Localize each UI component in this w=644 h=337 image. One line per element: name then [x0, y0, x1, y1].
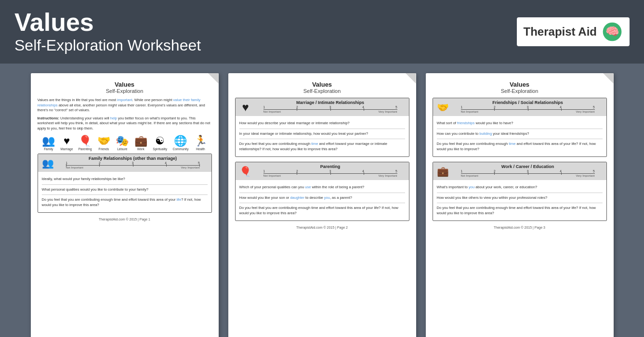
page3-footer: TherapistAid.com © 2015 | Page 3: [433, 226, 607, 229]
page2-title: Values: [235, 81, 409, 89]
family-q3: Do you feel that you are contributing en…: [42, 195, 208, 210]
work-section: 💼 Work / Career / Education 12345: [433, 162, 607, 221]
work-q1: What's important to you about your work,…: [437, 182, 603, 193]
instructions-text: Instructions: Understanding your values …: [38, 116, 212, 131]
marriage-q2: In your ideal marriage or intimate relat…: [239, 129, 405, 140]
marriage-section-header: ♥ Marriage / Intimate Relationships 1234…: [236, 98, 409, 116]
friendships-q3: Do you feel that you are contributing en…: [437, 139, 603, 154]
icon-parenting: 🎈 Parenting: [79, 136, 92, 151]
marriage-scale: 12345 Not Important Very Important: [256, 105, 405, 114]
sub-title: Self-Exploration Worksheet: [14, 36, 201, 54]
friendships-q1: What sort of friendships would you like …: [437, 118, 603, 129]
family-section-title: Family Relationships (other than marriag…: [58, 156, 208, 161]
family-q2: What personal qualities would you like t…: [42, 185, 208, 195]
intro-text: Values are the things in life that you f…: [38, 98, 212, 113]
page2-footer: TherapistAid.com © 2015 | Page 2: [235, 226, 409, 229]
page2-subtitle: Self-Exploration: [235, 88, 409, 94]
icon-leisure: 🎭 Leisure: [116, 136, 129, 151]
work-q3: Do you feel that you are contributing en…: [437, 203, 603, 218]
svg-text:🧠: 🧠: [605, 25, 619, 38]
page3-subtitle: Self-Exploration: [433, 88, 607, 94]
icon-friends: 🤝 Friends: [97, 136, 110, 151]
marriage-q3: Do you feel that you are contributing en…: [239, 139, 405, 154]
work-section-title: Work / Career / Education: [453, 164, 603, 169]
page1-subtitle: Self-Exploration: [38, 88, 212, 94]
icon-family: 👥 Family: [42, 136, 55, 151]
work-section-header: 💼 Work / Career / Education 12345: [433, 162, 606, 180]
parenting-scale: 12345 Not Important Very Important: [256, 169, 405, 178]
marriage-section-title: Marriage / Intimate Relationships: [256, 100, 405, 105]
marriage-header-text: Marriage / Intimate Relationships 12345 …: [256, 100, 405, 114]
page-2: Values Self-Exploration ♥ Marriage / Int…: [228, 73, 416, 337]
friendships-section-title: Friendships / Social Relationships: [453, 100, 603, 105]
parenting-q2: How would you like your son or daughter …: [239, 193, 405, 204]
friendships-section: 🤝 Friendships / Social Relationships 123…: [433, 98, 607, 157]
work-icon: 💼: [437, 166, 449, 177]
family-section-body: Ideally, what would your family relation…: [38, 172, 211, 212]
family-q1: Ideally, what would your family relation…: [42, 174, 208, 185]
friendships-section-header: 🤝 Friendships / Social Relationships 123…: [433, 98, 606, 116]
parenting-header-text: Parenting 12345 Not Important Very Im: [256, 164, 405, 178]
icon-spirituality: ☯ Spirituality: [153, 136, 167, 151]
parenting-q1: Which of your personal qualities can you…: [239, 182, 405, 193]
icon-work: 💼 Work: [134, 136, 147, 151]
icon-marriage: ♥ Marriage: [61, 136, 73, 151]
icons-row: 👥 Family ♥ Marriage 🎈 Parenting 🤝 Friend…: [38, 136, 212, 151]
marriage-icon: ♥: [239, 101, 252, 114]
header: Values Self-Exploration Worksheet Therap…: [0, 0, 644, 64]
family-section: 👥 Family Relationships (other than marri…: [38, 154, 212, 213]
friendships-icon: 🤝: [437, 102, 449, 113]
brand-box: Therapist Aid 🧠: [517, 17, 630, 46]
family-scale: 1 2 3 4 5 Not Important: [58, 161, 208, 170]
page-3: Values Self-Exploration 🤝 Friendships / …: [426, 73, 614, 337]
pages-container: Values Self-Exploration Values are the t…: [0, 64, 644, 337]
family-header-text: Family Relationships (other than marriag…: [58, 156, 208, 170]
friendships-section-body: What sort of friendships would you like …: [433, 116, 606, 156]
marriage-section-body: How would you describe your ideal marria…: [236, 116, 409, 156]
work-q2: How would you like others to view you wi…: [437, 193, 603, 204]
main-title: Values: [14, 9, 201, 36]
parenting-q3: Do you feel that you are contributing en…: [239, 203, 405, 218]
parenting-section-body: Which of your personal qualities can you…: [236, 180, 409, 220]
friendships-header-text: Friendships / Social Relationships 12345…: [453, 100, 603, 114]
parenting-section: 🎈 Parenting 12345 Not Important: [235, 162, 409, 221]
parenting-icon: 🎈: [239, 166, 252, 177]
brain-icon: 🧠: [602, 21, 623, 42]
work-header-text: Work / Career / Education 12345 Not Impo…: [453, 164, 603, 178]
marriage-section: ♥ Marriage / Intimate Relationships 1234…: [235, 98, 409, 157]
marriage-q1: How would you describe your ideal marria…: [239, 118, 405, 129]
page3-title: Values: [433, 81, 607, 89]
friendships-q2: How can you contribute to building your …: [437, 129, 603, 140]
friendships-scale: 12345 Not Important Very Important: [453, 105, 603, 114]
page1-footer: TherapistAid.com © 2015 | Page 1: [38, 218, 212, 221]
parenting-section-title: Parenting: [256, 164, 405, 169]
header-title-block: Values Self-Exploration Worksheet: [14, 9, 201, 55]
icon-community: 🌐 Community: [173, 136, 189, 151]
work-section-body: What's important to you about your work,…: [433, 180, 606, 220]
page-1: Values Self-Exploration Values are the t…: [31, 73, 219, 337]
work-scale: 12345 Not Important Very Important: [453, 169, 603, 178]
page1-title: Values: [38, 81, 212, 89]
family-section-header: 👥 Family Relationships (other than marri…: [38, 154, 211, 172]
brand-name: Therapist Aid: [524, 25, 597, 39]
family-icon: 👥: [42, 157, 54, 169]
icon-health: 🏃 Health: [194, 136, 207, 151]
parenting-section-header: 🎈 Parenting 12345 Not Important: [236, 162, 409, 180]
